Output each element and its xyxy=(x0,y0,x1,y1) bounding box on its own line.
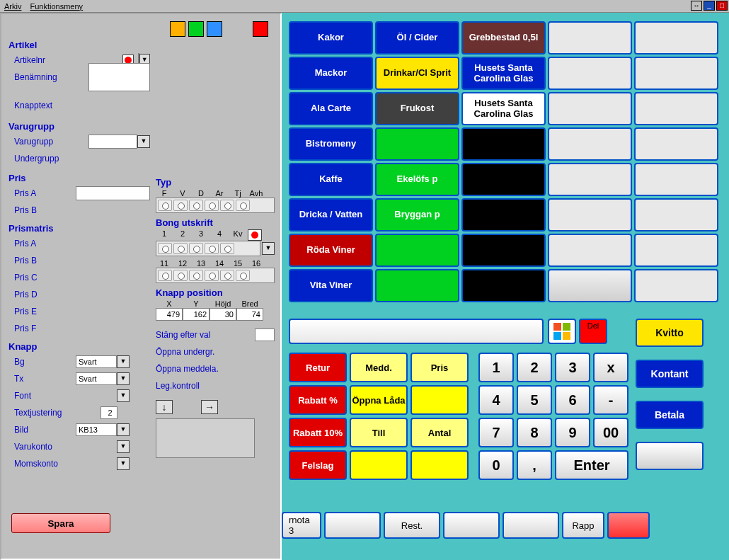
numpad-3[interactable]: 3 xyxy=(555,353,590,382)
pris-a-input[interactable] xyxy=(76,186,150,200)
tab-red[interactable] xyxy=(607,512,650,539)
pos-button-0[interactable]: Kakor xyxy=(289,21,373,55)
tab-rapp[interactable]: Rapp xyxy=(562,512,604,539)
numpad-6[interactable]: 6 xyxy=(555,385,590,415)
numpad-7[interactable]: 7 xyxy=(478,418,514,447)
tab-blank-1[interactable] xyxy=(324,512,381,539)
menu-funktionsmeny[interactable]: Funktionsmeny xyxy=(25,1,87,11)
pos-button-16[interactable] xyxy=(375,127,459,161)
pos-button-4[interactable] xyxy=(634,21,718,55)
pos-button-27[interactable] xyxy=(461,198,546,232)
pos-button-24[interactable] xyxy=(634,163,718,196)
tx-dropdown[interactable]: ▼ xyxy=(117,372,130,385)
pos-button-3[interactable] xyxy=(548,21,632,55)
bong-indicator[interactable] xyxy=(248,229,262,241)
pos-button-23[interactable] xyxy=(548,163,632,196)
pos-button-18[interactable] xyxy=(548,127,632,161)
bild-dropdown[interactable]: ▼ xyxy=(117,423,130,436)
func-button-9[interactable]: Felslag xyxy=(289,450,347,480)
func-button-2[interactable]: Pris xyxy=(411,353,469,382)
tab-rest[interactable]: Rest. xyxy=(384,512,440,539)
oppna-m-link[interactable]: Öppna meddela. xyxy=(156,360,275,377)
windows-logo-icon[interactable] xyxy=(548,319,576,344)
pos-button-35[interactable]: Vita Viner xyxy=(289,269,373,302)
close-button[interactable]: □ xyxy=(716,1,728,11)
pos-button-11[interactable]: Frukost xyxy=(375,92,459,125)
numpad-2[interactable]: 2 xyxy=(517,353,552,382)
pos-button-10[interactable]: Ala Carte xyxy=(289,92,373,125)
color-blue[interactable] xyxy=(207,21,222,37)
numpad-8[interactable]: 8 xyxy=(517,418,552,447)
arrow-down-button[interactable]: ↓ xyxy=(156,400,173,414)
numpad-Enter[interactable]: Enter xyxy=(555,450,628,480)
numpad-4[interactable]: 4 xyxy=(478,385,514,415)
font-dropdown[interactable]: ▼ xyxy=(117,389,130,402)
func-button-8[interactable]: Antal xyxy=(411,418,469,447)
pos-x-input[interactable] xyxy=(156,308,183,321)
func-button-3[interactable]: Rabatt % xyxy=(289,385,347,415)
numpad-00[interactable]: 00 xyxy=(593,418,628,447)
pos-button-17[interactable] xyxy=(461,127,546,161)
func-button-11[interactable] xyxy=(411,450,469,480)
bong-dropdown[interactable]: ▼ xyxy=(262,242,275,255)
pos-button-19[interactable] xyxy=(634,127,718,161)
pos-button-25[interactable]: Dricka / Vatten xyxy=(289,198,373,232)
pos-y-input[interactable] xyxy=(183,308,209,321)
pos-h-input[interactable] xyxy=(209,308,236,321)
pos-button-5[interactable]: Mackor xyxy=(289,57,373,90)
betala-button[interactable]: Betala xyxy=(636,401,704,429)
numpad-1[interactable]: 1 xyxy=(478,353,514,382)
kvitto-button[interactable]: Kvitto xyxy=(636,319,704,347)
color-red[interactable] xyxy=(253,21,268,37)
tab-blank-3[interactable] xyxy=(503,512,559,539)
del-button[interactable]: Del xyxy=(579,319,607,344)
varugrupp-dropdown[interactable]: ▼ xyxy=(137,135,150,148)
leg-link[interactable]: Leg.kontroll xyxy=(156,377,275,394)
varukonto-dropdown[interactable]: ▼ xyxy=(117,440,130,453)
pos-button-26[interactable]: Bryggan p xyxy=(375,198,459,232)
pos-button-29[interactable] xyxy=(634,198,718,232)
pos-button-14[interactable] xyxy=(634,92,718,125)
pos-button-39[interactable] xyxy=(634,269,718,302)
numpad-,[interactable]: , xyxy=(517,450,552,480)
pos-button-36[interactable] xyxy=(375,269,459,302)
pos-button-8[interactable] xyxy=(548,57,632,90)
menu-arkiv[interactable]: Arkiv xyxy=(0,1,25,11)
bong-radios-1[interactable] xyxy=(156,241,260,256)
minimize-button[interactable]: _ xyxy=(704,1,715,11)
momskonto-dropdown[interactable]: ▼ xyxy=(117,457,130,470)
func-button-5[interactable] xyxy=(411,385,469,415)
color-green[interactable] xyxy=(188,21,204,37)
pos-b-input[interactable] xyxy=(236,308,263,321)
bg-dropdown[interactable]: ▼ xyxy=(117,355,130,368)
pos-button-20[interactable]: Kaffe xyxy=(289,163,373,196)
pos-button-34[interactable] xyxy=(634,234,718,267)
pos-button-1[interactable]: Öl / Cider xyxy=(375,21,459,55)
pos-button-30[interactable]: Röda Viner xyxy=(289,234,373,267)
oppna-u-link[interactable]: Öppna undergr. xyxy=(156,343,275,360)
tab-blank-2[interactable] xyxy=(443,512,500,539)
pos-button-37[interactable] xyxy=(461,269,546,302)
textjustering-input[interactable] xyxy=(101,406,117,419)
func-button-7[interactable]: Till xyxy=(350,418,408,447)
pos-button-7[interactable]: Husets Santa Carolina Glas xyxy=(461,57,546,90)
pos-button-13[interactable] xyxy=(548,92,632,125)
bg-input[interactable] xyxy=(76,355,117,368)
pos-button-28[interactable] xyxy=(548,198,632,232)
pos-button-22[interactable] xyxy=(461,163,546,196)
pos-button-31[interactable] xyxy=(375,234,459,267)
pos-button-32[interactable] xyxy=(461,234,546,267)
move-icon[interactable]: ↔ xyxy=(691,1,702,11)
tx-input[interactable] xyxy=(76,372,117,385)
blank-right-button[interactable] xyxy=(636,442,704,470)
spara-button[interactable]: Spara xyxy=(11,513,110,533)
pos-button-21[interactable]: Ekelöfs p xyxy=(375,163,459,196)
bild-input[interactable] xyxy=(76,423,117,436)
typ-radios[interactable] xyxy=(156,198,275,213)
color-orange[interactable] xyxy=(170,21,185,37)
numpad-9[interactable]: 9 xyxy=(555,418,590,447)
numpad-x[interactable]: x xyxy=(593,353,628,382)
func-button-10[interactable] xyxy=(350,450,408,480)
func-button-1[interactable]: Medd. xyxy=(350,353,408,382)
stang-link[interactable]: Stäng efter val xyxy=(156,326,275,343)
